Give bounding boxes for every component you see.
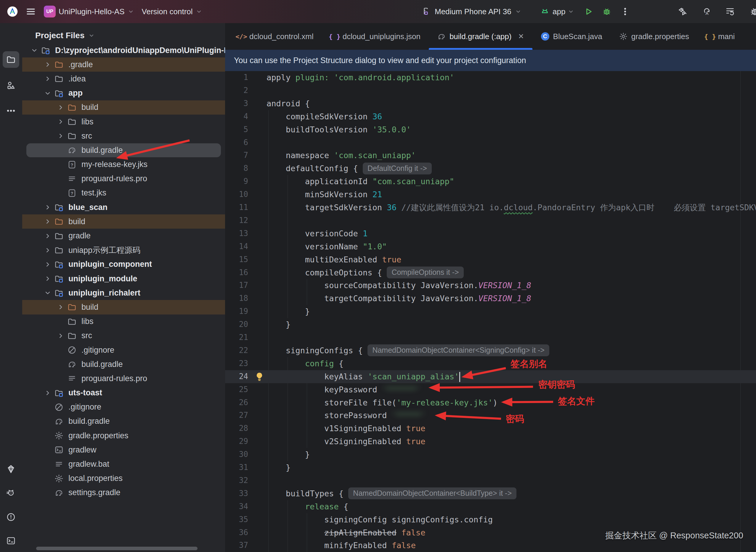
tree-item-settings.gradle[interactable]: settings.gradle (22, 486, 225, 500)
tree-item-local.properties[interactable]: local.properties (22, 471, 225, 486)
tool-window-problems-icon[interactable] (3, 509, 19, 525)
android-studio-logo-icon[interactable] (7, 6, 18, 17)
chevron-down-icon[interactable] (28, 45, 40, 56)
code-editor[interactable]: 1apply plugin: 'com.android.application'… (225, 71, 756, 552)
code-line-27[interactable]: 27 storePassword '*****' (225, 409, 756, 422)
tree-item-.gradle[interactable]: .gradle (22, 57, 225, 72)
code-line-20[interactable]: 20 } (225, 318, 756, 331)
chevron-right-icon[interactable] (55, 330, 66, 341)
code-line-30[interactable]: 30 } (225, 448, 756, 461)
tree-item-D:\zyproject\androidUniappDemo\UniPlugin-He[interactable]: D:\zyproject\androidUniappDemo\UniPlugin… (22, 43, 225, 57)
tool-window-logcat-icon[interactable] (3, 485, 19, 501)
debug-button[interactable] (601, 6, 612, 17)
tool-window-project-icon[interactable] (3, 51, 19, 68)
tree-item-build.gradle[interactable]: build.gradle (22, 414, 225, 428)
tree-item-my-release-key.jks[interactable]: ?my-release-key.jks (22, 157, 225, 172)
code-line-33[interactable]: 33 buildTypes { NamedDomainObjectContain… (225, 487, 756, 500)
chevron-right-icon[interactable] (42, 74, 53, 84)
code-line-3[interactable]: 3android { (225, 97, 756, 110)
chevron-right-icon[interactable] (55, 302, 66, 312)
project-view-selector[interactable]: Project Files (22, 23, 225, 43)
tab-build.gradle (:app)[interactable]: build.gradle (:app)✕ (429, 23, 533, 50)
chevron-right-icon[interactable] (42, 202, 53, 213)
chevron-right-icon[interactable] (55, 116, 66, 127)
tool-window-more-horizontal-icon[interactable] (3, 103, 19, 119)
code-line-28[interactable]: 28 v1SigningEnabled true (225, 422, 756, 435)
code-line-17[interactable]: 17 sourceCompatibility JavaVersion.VERSI… (225, 279, 756, 292)
code-line-14[interactable]: 14 versionName "1.0" (225, 240, 756, 253)
refresh-a-icon[interactable]: A (701, 6, 712, 17)
chevron-right-icon[interactable] (42, 245, 53, 256)
version-control-widget[interactable]: Version control (142, 7, 202, 16)
tree-item-uniapp示例工程源码[interactable]: uniapp示例工程源码 (22, 243, 225, 257)
tree-item-proguard-rules.pro[interactable]: proguard-rules.pro (22, 371, 225, 386)
tree-item-build[interactable]: build (22, 215, 225, 229)
tree-item-build[interactable]: build (22, 100, 225, 115)
tree-item-uniplugin_component[interactable]: uniplugin_component (22, 257, 225, 272)
chevron-right-icon[interactable] (42, 273, 53, 284)
code-line-9[interactable]: 9 applicationId "com.scan_uniapp" (225, 175, 756, 188)
code-line-19[interactable]: 19 } (225, 305, 756, 318)
tree-item-gradle[interactable]: gradle (22, 229, 225, 243)
code-line-22[interactable]: 22 signingConfigs { NamedDomainObjectCon… (225, 344, 756, 357)
tab-mani[interactable]: { }mani (697, 23, 743, 50)
code-line-11[interactable]: 11 targetSdkVersion 36 //建议此属性值设为21 io.d… (225, 201, 756, 214)
chevron-right-icon[interactable] (42, 231, 53, 241)
code-line-8[interactable]: 8 defaultConfig { DefaultConfig it -> (225, 162, 756, 175)
sync-list-icon[interactable] (725, 6, 736, 17)
chevron-right-icon[interactable] (42, 59, 53, 70)
tool-window-resource-manager-icon[interactable] (3, 77, 19, 94)
code-line-2[interactable]: 2 (225, 84, 756, 97)
code-line-34[interactable]: 34 release { (225, 500, 756, 513)
tab-dcloud_control.xml[interactable]: </>dcloud_control.xml (229, 23, 322, 50)
tree-item-uniplugin_richalert[interactable]: uniplugin_richalert (22, 286, 225, 300)
tree-item-libs[interactable]: libs (22, 314, 225, 329)
chevron-right-icon[interactable] (55, 102, 66, 113)
tree-item-.gitignore[interactable]: .gitignore (22, 400, 225, 414)
horizontal-scrollbar[interactable] (36, 547, 197, 550)
tree-item-gradlew[interactable]: gradlew (22, 443, 225, 457)
tab-dcloud_uniplugins.json[interactable]: { }dcloud_uniplugins.json (322, 23, 429, 50)
code-line-15[interactable]: 15 multiDexEnabled true (225, 253, 756, 266)
code-line-32[interactable]: 32 (225, 474, 756, 487)
code-line-7[interactable]: 7 namespace 'com.scan_uniapp' (225, 149, 756, 162)
code-line-1[interactable]: 1apply plugin: 'com.android.application' (225, 71, 756, 84)
code-line-12[interactable]: 12 (225, 214, 756, 227)
tree-item-src[interactable]: src (22, 129, 225, 143)
tree-item-gradle.properties[interactable]: gradle.properties (22, 428, 225, 443)
tree-item-test.jks[interactable]: ?test.jks (22, 186, 225, 200)
code-line-26[interactable]: 26 storeFile file('my-release-key.jks') (225, 396, 756, 409)
main-menu-hamburger-icon[interactable] (25, 6, 36, 17)
notification-banner[interactable]: You can use the Project Structure dialog… (225, 50, 756, 71)
intention-bulb-icon[interactable] (254, 371, 265, 382)
tree-item-uts-toast[interactable]: uts-toast (22, 386, 225, 400)
chevron-right-icon[interactable] (42, 388, 53, 398)
tree-item-libs[interactable]: libs (22, 115, 225, 129)
profiler-bug-icon[interactable] (749, 6, 756, 17)
code-line-6[interactable]: 6 (225, 136, 756, 149)
code-line-23[interactable]: 23 config { (225, 357, 756, 370)
code-line-4[interactable]: 4 compileSdkVersion 36 (225, 110, 756, 123)
code-line-21[interactable]: 21 (225, 331, 756, 344)
code-line-24[interactable]: 24 keyAlias 'scan_uniapp_alias' (225, 370, 756, 383)
tree-item-uniplugin_module[interactable]: uniplugin_module (22, 272, 225, 286)
device-selector[interactable]: Medium Phone API 36 (421, 0, 521, 23)
tree-item-blue_scan[interactable]: blue_scan (22, 200, 225, 215)
code-line-35[interactable]: 35 signingConfig signingConfigs.config (225, 513, 756, 526)
code-line-31[interactable]: 31 } (225, 461, 756, 474)
tree-item-src[interactable]: src (22, 329, 225, 343)
tab-close-icon[interactable]: ✕ (518, 32, 524, 40)
code-line-25[interactable]: 25 keyPassword '******' (225, 383, 756, 396)
run-configuration-label[interactable]: app (553, 7, 565, 16)
tree-item-.gitignore[interactable]: .gitignore (22, 343, 225, 357)
code-line-5[interactable]: 5 buildToolsVersion '35.0.0' (225, 123, 756, 136)
code-line-18[interactable]: 18 targetCompatibility JavaVersion.VERSI… (225, 292, 756, 305)
more-actions-icon[interactable] (620, 6, 630, 17)
tree-item-proguard-rules.pro[interactable]: proguard-rules.pro (22, 172, 225, 186)
tree-item-build.gradle[interactable]: build.gradle (22, 357, 225, 371)
tree-item-.idea[interactable]: .idea (22, 72, 225, 86)
code-line-13[interactable]: 13 versionCode 1 (225, 227, 756, 240)
chevron-down-icon[interactable] (42, 288, 53, 298)
code-line-29[interactable]: 29 v2SigningEnabled true (225, 435, 756, 448)
tree-item-build[interactable]: build (22, 300, 225, 314)
